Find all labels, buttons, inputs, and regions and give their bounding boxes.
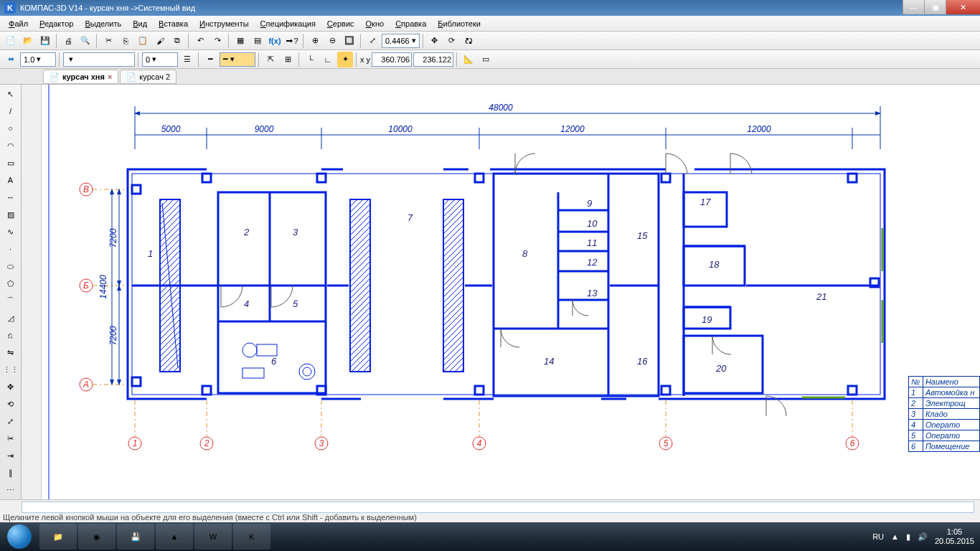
zoom-win-icon[interactable]: 🔲: [341, 33, 357, 49]
extend-tool-icon[interactable]: ⇥: [3, 448, 19, 463]
zoom-fit-icon[interactable]: ⤢: [364, 33, 380, 49]
svg-text:3: 3: [319, 438, 324, 448]
redo-icon[interactable]: ↷: [209, 33, 225, 49]
poly-tool-icon[interactable]: ⬠: [3, 276, 19, 291]
move-icon[interactable]: ✥: [427, 33, 443, 49]
dim-tool-icon[interactable]: ↔: [3, 189, 19, 205]
snap-icon[interactable]: ⬌: [3, 52, 19, 67]
maximize-button[interactable]: ▣: [924, 0, 946, 14]
measure-icon[interactable]: 📐: [461, 52, 476, 67]
help-cursor-icon[interactable]: ⮕?: [284, 33, 300, 49]
menu-help[interactable]: Справка: [391, 18, 430, 29]
fx-icon[interactable]: f(x): [267, 33, 283, 49]
menu-editor[interactable]: Редактор: [35, 18, 77, 29]
close-button[interactable]: ✕: [946, 0, 980, 14]
close-tab-icon[interactable]: ×: [108, 72, 112, 81]
menu-spec[interactable]: Спецификация: [256, 18, 320, 29]
text-tool-icon[interactable]: A: [3, 172, 19, 188]
brush-icon[interactable]: 🖌: [152, 33, 168, 49]
svg-rect-70: [848, 386, 857, 395]
layer-value[interactable]: 0 ▾: [142, 52, 178, 67]
clock[interactable]: 1:05 20.05.2015: [935, 527, 974, 546]
preview-icon[interactable]: 🔍: [77, 33, 93, 49]
rotate-icon[interactable]: ⟳: [444, 33, 460, 49]
coord-y[interactable]: [413, 52, 453, 67]
start-button[interactable]: [0, 522, 39, 551]
rect-tool-icon[interactable]: ▭: [3, 155, 19, 171]
svg-rect-60: [132, 377, 141, 386]
menu-insert[interactable]: Вставка: [154, 18, 192, 29]
tray-network-icon[interactable]: ▮: [906, 532, 910, 542]
open-icon[interactable]: 📂: [20, 33, 36, 49]
cut-icon[interactable]: ✂: [100, 33, 116, 49]
line-tool-icon[interactable]: /: [3, 103, 19, 119]
tab-kursach-2[interactable]: 📄 курсач 2: [120, 70, 176, 84]
offset-tool-icon[interactable]: ∥: [3, 465, 19, 481]
command-input[interactable]: [22, 501, 974, 513]
dimension-icon[interactable]: ⇱: [263, 52, 278, 67]
menu-tools[interactable]: Инструменты: [195, 18, 253, 29]
cursor-tool-icon[interactable]: ↖: [3, 86, 19, 102]
misc-icon[interactable]: ▭: [478, 52, 494, 67]
more-tool-icon[interactable]: ⋯: [3, 482, 19, 498]
task-save[interactable]: 💾: [117, 524, 154, 550]
props-icon[interactable]: ⧉: [169, 33, 185, 49]
svg-text:48000: 48000: [489, 103, 513, 113]
break-tool-icon[interactable]: ⎌: [3, 327, 19, 343]
menu-service[interactable]: Сервис: [323, 18, 359, 29]
hatch-tool-icon[interactable]: ▨: [3, 207, 19, 222]
point-tool-icon[interactable]: ·: [3, 241, 19, 257]
tray-flag-icon[interactable]: ▲: [891, 532, 899, 541]
array-tool-icon[interactable]: ⋮⋮: [3, 362, 19, 377]
tray-volume-icon[interactable]: 🔊: [918, 532, 928, 542]
menu-view[interactable]: Вид: [128, 18, 151, 29]
spline-tool-icon[interactable]: ∿: [3, 224, 19, 240]
copy-icon[interactable]: ⎘: [118, 33, 133, 49]
coord-x[interactable]: [372, 52, 412, 67]
scale-tool-icon[interactable]: ⤢: [3, 413, 19, 429]
linewidth-icon[interactable]: ━: [202, 52, 218, 67]
svg-text:6: 6: [850, 438, 855, 448]
new-icon[interactable]: 📄: [3, 33, 19, 49]
print-icon[interactable]: 🖨: [60, 33, 76, 49]
mirror-tool-icon[interactable]: ⇋: [3, 344, 19, 360]
step-value[interactable]: ▾: [63, 52, 135, 67]
scale-value[interactable]: 1.0 ▾: [20, 52, 56, 67]
task-explorer[interactable]: 📁: [39, 524, 77, 550]
tab-kursach-hnya[interactable]: 📄 курсач хня ×: [43, 70, 118, 84]
fillet-tool-icon[interactable]: ⌒: [3, 293, 19, 309]
rotate-tool-icon[interactable]: ⟲: [3, 396, 19, 412]
menu-window[interactable]: Окно: [362, 18, 389, 29]
paste-icon[interactable]: 📋: [135, 33, 151, 49]
snap2-icon[interactable]: ✦: [337, 52, 353, 67]
move-tool-icon[interactable]: ✥: [3, 379, 19, 395]
menu-select[interactable]: Выделить: [80, 18, 126, 29]
task-word[interactable]: W: [194, 524, 232, 550]
trim-tool-icon[interactable]: ✂: [3, 430, 19, 446]
refresh-icon[interactable]: 🗘: [461, 33, 477, 49]
ellipse-tool-icon[interactable]: ⬭: [3, 258, 19, 274]
gridsnap-icon[interactable]: ⊞: [280, 52, 296, 67]
table-icon[interactable]: ▦: [232, 33, 248, 49]
layers-icon[interactable]: ☰: [179, 52, 195, 67]
undo-icon[interactable]: ↶: [192, 33, 208, 49]
minimize-button[interactable]: —: [903, 0, 924, 14]
grid-icon[interactable]: ▤: [250, 33, 265, 49]
save-icon[interactable]: 💾: [37, 33, 53, 49]
task-chrome[interactable]: ◉: [78, 524, 116, 550]
chamfer-tool-icon[interactable]: ◿: [3, 310, 19, 326]
ortho-icon[interactable]: └: [303, 52, 319, 67]
linestyle-value[interactable]: ━ ▾: [220, 52, 255, 67]
zoom-in-icon[interactable]: ⊕: [307, 33, 323, 49]
menu-file[interactable]: Файл: [4, 18, 32, 29]
zoom-value[interactable]: 0.4466 ▾: [382, 34, 420, 48]
task-aimp[interactable]: ▲: [156, 524, 193, 550]
zoom-out-icon[interactable]: ⊖: [324, 33, 340, 49]
angle-icon[interactable]: ∟: [320, 52, 336, 67]
menu-libs[interactable]: Библиотеки: [433, 18, 485, 29]
circle-tool-icon[interactable]: ○: [3, 121, 19, 136]
task-kompas[interactable]: K: [233, 524, 270, 550]
lang-indicator[interactable]: RU: [872, 532, 884, 541]
drawing-canvas[interactable]: 48000 5000 9000 10000 12000 12000 В Б А: [42, 85, 980, 499]
arc-tool-icon[interactable]: ◠: [3, 138, 19, 154]
